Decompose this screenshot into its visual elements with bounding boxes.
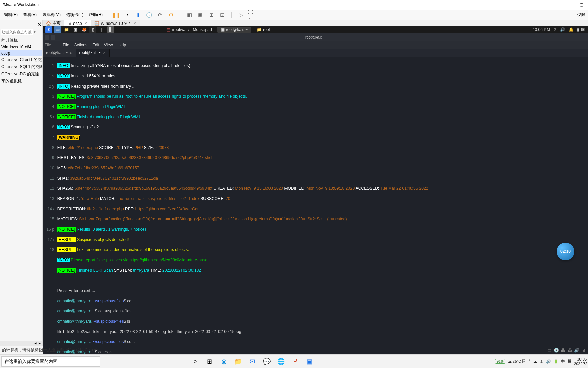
enter-icon[interactable]: ▷ — [237, 11, 245, 19]
notification-icon[interactable]: 🔔 — [569, 27, 574, 32]
terminal-menubar: File File Actions Edit View Help — [43, 41, 588, 49]
recording-timer[interactable]: 02:10 — [557, 243, 574, 260]
menu-vm[interactable]: 虚拟机(M) — [39, 11, 63, 19]
snapshot-icon[interactable]: 🕓 — [145, 11, 153, 19]
terminal-icon[interactable]: ▣ — [72, 26, 79, 33]
volume-icon[interactable]: 🔊 — [560, 27, 565, 32]
volume-icon[interactable]: 🔊 — [546, 359, 551, 364]
separator: | — [98, 26, 105, 33]
sidebar-vm-dc[interactable]: Offensive-DC 的克隆 — [0, 71, 42, 78]
powerpoint-icon[interactable]: P — [290, 356, 300, 367]
chrome-icon[interactable]: 🌐 — [276, 356, 286, 367]
layout1-icon[interactable]: ◧ — [186, 11, 193, 19]
tray-time[interactable]: 10:06 — [577, 357, 587, 361]
task-view-icon[interactable]: ○ — [190, 356, 200, 367]
tray-date[interactable]: 2022/3/ — [574, 362, 587, 366]
sidebar-header[interactable]: 的计算机 — [0, 37, 42, 44]
terminal-titlebar[interactable]: root@kali: ~ — [43, 33, 588, 41]
manage-icon[interactable]: ⚙ — [167, 11, 175, 19]
ime-lang1[interactable]: 中 — [561, 359, 565, 364]
task-files[interactable]: 📁 root — [253, 27, 274, 33]
close-icon[interactable]: ✕ — [84, 21, 87, 25]
tab-win10[interactable]: 🪟 Windows 10 x64 ✕ — [91, 20, 140, 26]
layout4-icon[interactable]: ⊡ — [218, 11, 226, 19]
tab-oscp[interactable]: 🖥 oscp ✕ — [64, 20, 91, 26]
battery-icon[interactable]: ▮ 66 — [577, 27, 585, 32]
menu-view[interactable]: 查看(V) — [20, 11, 39, 19]
term-tab-1[interactable]: root@kali: ~● — [43, 49, 76, 57]
close-icon[interactable]: ✕ — [37, 21, 42, 28]
sidebar-vm-client1[interactable]: Offensive-Client1 的克 — [0, 56, 42, 63]
explorer-icon[interactable]: 📁 — [233, 356, 243, 367]
terminal2-icon[interactable]: ▯ — [89, 26, 96, 33]
task-terminal[interactable]: ▣ root@kali: ~ — [217, 27, 251, 33]
menu-file[interactable]: File — [63, 43, 69, 47]
menu-actions[interactable]: Actions — [74, 43, 87, 47]
tab-home[interactable]: 🏠 主页 — [43, 20, 64, 26]
vm-toolbar: ❚❚ ▾ ⬆ 🕓 ⟳ ⚙ ◧ ▣ ⊞ ⊡ ▷ ⛶ ▾ — [113, 11, 256, 19]
maximize-button[interactable]: ▢ — [574, 0, 588, 10]
sidebar-scrollbar[interactable]: ◄ ► — [0, 341, 42, 346]
task-label: /root/yara - Mousepad — [172, 27, 212, 32]
app-icon[interactable]: ▌ — [107, 26, 114, 33]
battery-icon[interactable]: 🔋 — [554, 359, 558, 364]
menu-tabs[interactable]: 选项卡(T) — [63, 11, 86, 19]
term-menu-icon[interactable] — [45, 35, 49, 40]
close-icon[interactable]: ● — [70, 51, 72, 55]
mousepad-icon: ▤ — [167, 27, 170, 32]
dropdown-icon[interactable]: ▾ — [33, 30, 37, 34]
terminal-tabbar: root@kali: ~● root@kali: ~✕ — [43, 49, 588, 57]
menu-edit[interactable]: 编辑(E) — [1, 11, 20, 19]
menu-view[interactable]: View — [104, 43, 113, 47]
terminal-icon: ▣ — [221, 27, 225, 32]
kali-logo-icon[interactable]: 𝕂 — [45, 26, 52, 33]
mail-icon[interactable]: ✉ — [247, 356, 258, 367]
sidebar-search-input[interactable] — [1, 29, 33, 35]
home-icon: 🏠 — [46, 21, 51, 26]
terminal-output[interactable]: 1 1 s 2 y 3 4 5 r 6 7 8 9 10 11 12 13 14… — [43, 57, 588, 368]
edge-icon[interactable]: ◉ — [219, 356, 229, 367]
fullscreen-icon[interactable]: ⛶ ▾ — [248, 11, 256, 19]
revert-icon[interactable]: ⟳ — [156, 11, 164, 19]
tray-chevron-icon[interactable]: ˄ — [528, 359, 530, 364]
separator — [180, 12, 180, 18]
task-label: root@kali: ~ — [226, 27, 248, 32]
menu-help[interactable]: 帮助(H) — [86, 11, 105, 19]
layout2-icon[interactable]: ▣ — [197, 11, 204, 19]
library-sidebar: ✕ ▾ 的计算机 Windows 10 x64 oscp Offensive-C… — [0, 20, 43, 346]
sidebar-vm-sql1[interactable]: Offensive-SQL1 的克隆 — [0, 63, 42, 71]
network-icon[interactable]: 🖧 — [540, 359, 543, 364]
battery-indicator[interactable]: 91% — [495, 359, 505, 364]
windows-search-input[interactable]: 在这里输入你要搜索的内容 — [1, 356, 100, 367]
weather-widget[interactable]: ☁ 25°C 阴 — [508, 359, 526, 364]
dropdown-icon[interactable]: ▾ — [124, 11, 131, 19]
timer-value: 02:10 — [560, 249, 571, 254]
term-newtab-icon[interactable] — [51, 35, 55, 40]
cloud-icon[interactable]: ☁ — [533, 359, 537, 364]
menu-edit[interactable]: Edit — [92, 43, 99, 47]
files-icon[interactable]: 📁 — [63, 26, 70, 33]
sidebar-shared[interactable]: 享的虚拟机 — [0, 78, 42, 85]
sidebar-vm-oscp[interactable]: oscp — [0, 50, 42, 56]
minimize-button[interactable]: — — [561, 0, 574, 10]
menu-help[interactable]: Help — [118, 43, 126, 47]
term-tab-2[interactable]: root@kali: ~✕ — [76, 49, 110, 57]
close-icon[interactable]: ✕ — [103, 51, 106, 55]
cortana-icon[interactable]: ⊞ — [205, 356, 215, 367]
close-icon[interactable]: ✕ — [133, 21, 136, 25]
clock[interactable]: 10:06 PM — [533, 27, 550, 32]
sidebar-vm-win10[interactable]: Windows 10 x64 — [0, 44, 42, 50]
vmware-icon[interactable]: ▣ — [305, 356, 315, 367]
task-mousepad[interactable]: ▤ /root/yara - Mousepad — [163, 27, 215, 33]
layout3-icon[interactable]: ⊞ — [208, 11, 215, 19]
vm-icon: 🪟 — [94, 21, 99, 26]
network-icon[interactable]: ⊘ — [553, 27, 557, 32]
pause-button[interactable]: ❚❚ — [113, 11, 120, 19]
wechat-icon[interactable]: 💬 — [262, 356, 272, 367]
extra-label: 仅限 — [577, 12, 585, 18]
firefox-icon[interactable]: 🦊 — [81, 26, 87, 33]
show-desktop-icon[interactable]: ▭ — [54, 26, 61, 33]
left-file-label[interactable]: File — [45, 43, 51, 47]
ime-lang2[interactable]: 拼 — [568, 359, 571, 364]
upload-icon[interactable]: ⬆ — [134, 11, 142, 19]
